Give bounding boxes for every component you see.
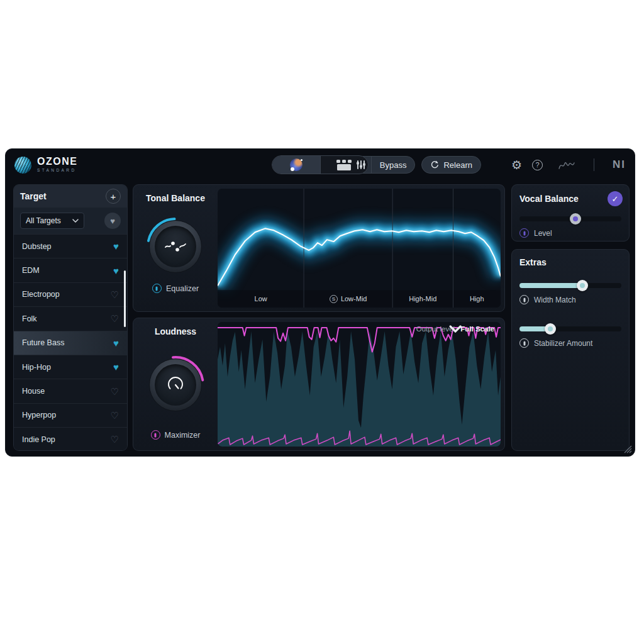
bypass-label: Bypass xyxy=(372,160,415,170)
target-item[interactable]: House ♡ xyxy=(14,379,127,402)
vocal-balance-title: Vocal Balance xyxy=(519,194,579,204)
ozone-logo: OZONE STANDARD xyxy=(14,157,77,174)
equalizer-knob[interactable] xyxy=(145,216,206,277)
knob-arc-cyan xyxy=(145,216,206,277)
izotope-mark-icon xyxy=(558,158,575,171)
target-filter-select[interactable]: All Targets xyxy=(20,213,84,229)
solo-badge[interactable]: S xyxy=(330,295,338,303)
brand-name: OZONE xyxy=(37,157,77,167)
target-title: Target xyxy=(20,191,47,201)
loudness-title: Loudness xyxy=(133,326,218,336)
vocal-level-slider[interactable] xyxy=(519,213,621,225)
vocal-balance-check-button[interactable]: ✓ xyxy=(608,191,623,206)
stabilizer-label: Stabilizer Amount xyxy=(534,339,592,348)
tonal-balance-title: Tonal Balance xyxy=(133,193,218,203)
target-item[interactable]: Dubstep ♥ xyxy=(14,234,127,258)
target-panel: Target + All Targets ♥ Dubstep ♥ EDM ♥ E… xyxy=(13,184,128,451)
band-high-mid[interactable]: High-Mid xyxy=(392,290,453,308)
heart-icon[interactable]: ♡ xyxy=(111,314,119,323)
brand-edition: STANDARD xyxy=(37,169,77,173)
target-item[interactable]: Electropop ♡ xyxy=(14,282,127,306)
slider-thumb[interactable] xyxy=(577,280,588,291)
slider-thumb[interactable] xyxy=(545,323,556,335)
refresh-icon xyxy=(430,160,439,169)
relearn-label: Relearn xyxy=(443,160,472,170)
add-target-button[interactable]: + xyxy=(106,189,121,204)
favorites-filter-button[interactable]: ♥ xyxy=(104,213,121,229)
maximizer-label: Maximizer xyxy=(165,431,201,440)
width-match-label: Width Match xyxy=(534,296,576,304)
vocal-power-icon[interactable] xyxy=(519,228,529,238)
target-item[interactable]: EDM ♥ xyxy=(14,258,127,282)
extras-panel: Extras Width Match Stabilizer Amount xyxy=(511,249,630,451)
heart-icon[interactable]: ♥ xyxy=(113,266,119,275)
target-list-scrollbar[interactable] xyxy=(124,270,126,327)
gear-icon[interactable]: ⚙ xyxy=(511,159,522,171)
plugin-window: OZONE STANDARD Bypass xyxy=(5,148,635,457)
heart-icon[interactable]: ♡ xyxy=(111,290,119,299)
output-level-dropdown[interactable]: Output level: Full Scale xyxy=(416,325,494,333)
view-toggle xyxy=(272,155,369,174)
top-bar: OZONE STANDARD Bypass xyxy=(6,149,635,180)
tonal-spectrum-display: Low S Low-Mid High-Mid High xyxy=(218,189,501,308)
loudness-meter-graph xyxy=(218,322,501,447)
maximizer-knob[interactable] xyxy=(145,355,206,415)
vocal-level-label: Level xyxy=(534,229,552,238)
loudness-panel: Loudness Maximizer xyxy=(133,318,505,451)
target-item[interactable]: Hyperpop ♡ xyxy=(14,403,127,427)
equalizer-power-icon[interactable] xyxy=(152,284,162,293)
chevron-down-icon xyxy=(72,219,79,223)
help-icon[interactable]: ? xyxy=(532,160,543,170)
topbar-divider xyxy=(594,158,594,171)
band-low[interactable]: Low xyxy=(218,290,304,308)
heart-icon[interactable]: ♥ xyxy=(113,338,119,348)
resize-handle[interactable] xyxy=(624,445,632,453)
extras-title: Extras xyxy=(519,257,629,267)
target-item[interactable]: Indie Pop ♡ xyxy=(14,427,127,451)
ni-logo: NI xyxy=(613,158,626,171)
target-item-selected[interactable]: Future Bass ♥ xyxy=(14,331,127,355)
target-item[interactable]: Folk ♡ xyxy=(14,306,127,330)
target-filter-value: All Targets xyxy=(26,216,61,225)
heart-icon[interactable]: ♥ xyxy=(113,242,119,251)
check-icon: ✓ xyxy=(612,194,619,204)
target-header: Target + xyxy=(14,185,127,208)
target-item[interactable]: Hip-Hop ♥ xyxy=(14,355,127,379)
screenshot-canvas: { "header": { "brand": "OZONE", "brand_s… xyxy=(0,0,644,644)
heart-icon[interactable]: ♡ xyxy=(111,435,119,444)
modules-icon xyxy=(336,160,352,170)
heart-icon: ♥ xyxy=(110,217,115,225)
maximizer-power-icon[interactable] xyxy=(151,430,160,440)
assistant-view-tab[interactable] xyxy=(272,156,320,174)
heart-icon[interactable]: ♡ xyxy=(111,411,119,420)
chevron-down-icon xyxy=(416,325,494,333)
relearn-button[interactable]: Relearn xyxy=(421,156,481,174)
band-high[interactable]: High xyxy=(453,290,501,308)
ozone-logo-icon xyxy=(14,157,31,174)
stabilizer-slider[interactable] xyxy=(519,323,621,335)
equalizer-label: Equalizer xyxy=(166,284,199,293)
knob-arc-magenta xyxy=(145,355,206,415)
tonal-balance-panel: Tonal Balance Equalizer xyxy=(133,184,505,312)
target-list: Dubstep ♥ EDM ♥ Electropop ♡ Folk ♡ Futu… xyxy=(14,234,127,451)
vocal-balance-panel: Vocal Balance ✓ Level xyxy=(511,184,630,242)
stabilizer-power-icon[interactable] xyxy=(519,338,529,348)
slider-thumb[interactable] xyxy=(570,213,581,225)
heart-icon[interactable]: ♥ xyxy=(113,362,119,372)
assistant-orb-icon xyxy=(290,158,303,171)
band-low-mid[interactable]: S Low-Mid xyxy=(304,290,392,308)
width-match-power-icon[interactable] xyxy=(519,295,529,304)
heart-icon[interactable]: ♡ xyxy=(111,387,119,396)
width-match-slider[interactable] xyxy=(519,280,621,291)
loudness-meter-display: Output level: Full Scale xyxy=(218,322,501,447)
